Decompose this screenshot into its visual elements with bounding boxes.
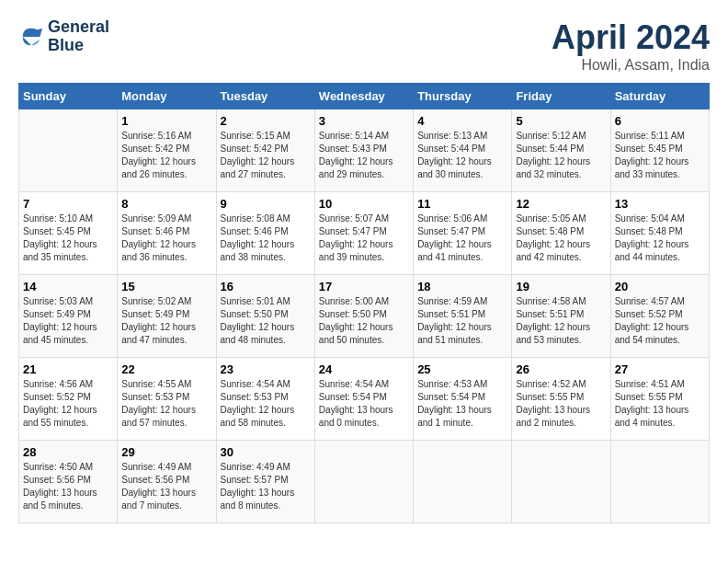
calendar-cell: 14Sunrise: 5:03 AM Sunset: 5:49 PM Dayli… — [19, 275, 118, 358]
day-info: Sunrise: 4:49 AM Sunset: 5:57 PM Dayligh… — [221, 461, 311, 512]
calendar-cell: 16Sunrise: 5:01 AM Sunset: 5:50 PM Dayli… — [216, 275, 314, 358]
day-number: 10 — [319, 197, 409, 211]
day-info: Sunrise: 5:01 AM Sunset: 5:50 PM Dayligh… — [221, 295, 311, 347]
location: Howli, Assam, India — [552, 57, 710, 74]
day-info: Sunrise: 5:15 AM Sunset: 5:42 PM Dayligh… — [221, 130, 311, 181]
day-number: 28 — [23, 445, 113, 459]
day-number: 20 — [615, 280, 705, 293]
calendar-cell: 18Sunrise: 4:59 AM Sunset: 5:51 PM Dayli… — [414, 275, 512, 358]
day-info: Sunrise: 5:07 AM Sunset: 5:47 PM Dayligh… — [319, 213, 409, 264]
day-number: 21 — [23, 362, 113, 376]
calendar-cell: 27Sunrise: 4:51 AM Sunset: 5:55 PM Dayli… — [610, 358, 709, 441]
day-info: Sunrise: 4:51 AM Sunset: 5:55 PM Dayligh… — [615, 378, 705, 430]
day-number: 27 — [615, 362, 705, 376]
day-info: Sunrise: 5:06 AM Sunset: 5:47 PM Dayligh… — [417, 213, 507, 264]
day-number: 11 — [417, 197, 507, 211]
day-info: Sunrise: 4:59 AM Sunset: 5:51 PM Dayligh… — [417, 295, 507, 347]
week-row-3: 14Sunrise: 5:03 AM Sunset: 5:49 PM Dayli… — [19, 275, 710, 358]
day-info: Sunrise: 4:58 AM Sunset: 5:51 PM Dayligh… — [516, 295, 606, 347]
day-info: Sunrise: 4:54 AM Sunset: 5:53 PM Dayligh… — [221, 378, 311, 430]
calendar-cell: 15Sunrise: 5:02 AM Sunset: 5:49 PM Dayli… — [118, 275, 216, 358]
day-info: Sunrise: 5:12 AM Sunset: 5:44 PM Dayligh… — [516, 130, 606, 181]
calendar-cell: 29Sunrise: 4:49 AM Sunset: 5:56 PM Dayli… — [118, 441, 216, 523]
day-number: 1 — [121, 114, 211, 128]
calendar-cell: 3Sunrise: 5:14 AM Sunset: 5:43 PM Daylig… — [314, 109, 413, 192]
logo-icon — [18, 24, 44, 50]
day-info: Sunrise: 5:00 AM Sunset: 5:50 PM Dayligh… — [319, 295, 409, 347]
day-info: Sunrise: 4:56 AM Sunset: 5:52 PM Dayligh… — [23, 378, 113, 430]
calendar-cell: 26Sunrise: 4:52 AM Sunset: 5:55 PM Dayli… — [512, 358, 610, 441]
weekday-header-sunday: Sunday — [19, 84, 118, 109]
logo: General Blue — [18, 18, 109, 55]
day-info: Sunrise: 4:49 AM Sunset: 5:56 PM Dayligh… — [121, 461, 211, 512]
week-row-2: 7Sunrise: 5:10 AM Sunset: 5:45 PM Daylig… — [19, 192, 710, 275]
day-info: Sunrise: 5:14 AM Sunset: 5:43 PM Dayligh… — [319, 130, 409, 181]
weekday-header-wednesday: Wednesday — [314, 84, 413, 109]
title-block: April 2024 Howli, Assam, India — [552, 18, 710, 74]
week-row-1: 1Sunrise: 5:16 AM Sunset: 5:42 PM Daylig… — [19, 109, 710, 192]
calendar-cell: 12Sunrise: 5:05 AM Sunset: 5:48 PM Dayli… — [512, 192, 610, 275]
calendar-cell: 5Sunrise: 5:12 AM Sunset: 5:44 PM Daylig… — [512, 109, 610, 192]
day-number: 6 — [615, 114, 705, 128]
day-number: 29 — [121, 445, 211, 459]
calendar-cell: 13Sunrise: 5:04 AM Sunset: 5:48 PM Dayli… — [610, 192, 709, 275]
weekday-header-monday: Monday — [118, 84, 216, 109]
page-header: General Blue April 2024 Howli, Assam, In… — [18, 18, 710, 74]
day-info: Sunrise: 5:03 AM Sunset: 5:49 PM Dayligh… — [23, 295, 113, 347]
day-info: Sunrise: 5:13 AM Sunset: 5:44 PM Dayligh… — [417, 130, 507, 181]
day-number: 24 — [319, 362, 409, 376]
weekday-header-friday: Friday — [512, 84, 610, 109]
calendar-cell: 23Sunrise: 4:54 AM Sunset: 5:53 PM Dayli… — [216, 358, 314, 441]
day-info: Sunrise: 4:52 AM Sunset: 5:55 PM Dayligh… — [516, 378, 606, 430]
day-info: Sunrise: 4:53 AM Sunset: 5:54 PM Dayligh… — [417, 378, 507, 430]
day-number: 17 — [319, 280, 409, 293]
day-number: 16 — [221, 280, 311, 293]
weekday-header-tuesday: Tuesday — [216, 84, 314, 109]
day-info: Sunrise: 5:09 AM Sunset: 5:46 PM Dayligh… — [121, 213, 211, 264]
day-number: 5 — [516, 114, 606, 128]
calendar-cell: 2Sunrise: 5:15 AM Sunset: 5:42 PM Daylig… — [216, 109, 314, 192]
day-number: 22 — [121, 362, 211, 376]
day-info: Sunrise: 5:11 AM Sunset: 5:45 PM Dayligh… — [615, 130, 705, 181]
calendar-cell — [19, 109, 118, 192]
day-number: 7 — [23, 197, 113, 211]
calendar-cell: 9Sunrise: 5:08 AM Sunset: 5:46 PM Daylig… — [216, 192, 314, 275]
calendar-cell: 1Sunrise: 5:16 AM Sunset: 5:42 PM Daylig… — [118, 109, 216, 192]
calendar-cell: 6Sunrise: 5:11 AM Sunset: 5:45 PM Daylig… — [610, 109, 709, 192]
weekday-header-saturday: Saturday — [610, 84, 709, 109]
calendar-cell — [314, 441, 413, 523]
month-title: April 2024 — [552, 18, 710, 57]
calendar-cell: 24Sunrise: 4:54 AM Sunset: 5:54 PM Dayli… — [314, 358, 413, 441]
day-info: Sunrise: 5:16 AM Sunset: 5:42 PM Dayligh… — [121, 130, 211, 181]
day-number: 26 — [516, 362, 606, 376]
day-info: Sunrise: 4:54 AM Sunset: 5:54 PM Dayligh… — [319, 378, 409, 430]
day-number: 30 — [221, 445, 311, 459]
calendar-cell: 8Sunrise: 5:09 AM Sunset: 5:46 PM Daylig… — [118, 192, 216, 275]
calendar-cell: 7Sunrise: 5:10 AM Sunset: 5:45 PM Daylig… — [19, 192, 118, 275]
day-number: 9 — [221, 197, 311, 211]
day-number: 13 — [615, 197, 705, 211]
day-number: 4 — [417, 114, 507, 128]
calendar-table: SundayMondayTuesdayWednesdayThursdayFrid… — [18, 83, 710, 523]
calendar-cell: 11Sunrise: 5:06 AM Sunset: 5:47 PM Dayli… — [414, 192, 512, 275]
day-info: Sunrise: 4:50 AM Sunset: 5:56 PM Dayligh… — [23, 461, 113, 512]
calendar-cell — [512, 441, 610, 523]
calendar-cell: 21Sunrise: 4:56 AM Sunset: 5:52 PM Dayli… — [19, 358, 118, 441]
calendar-cell — [610, 441, 709, 523]
calendar-cell: 4Sunrise: 5:13 AM Sunset: 5:44 PM Daylig… — [414, 109, 512, 192]
logo-text: General Blue — [48, 18, 109, 55]
day-number: 19 — [516, 280, 606, 293]
week-row-5: 28Sunrise: 4:50 AM Sunset: 5:56 PM Dayli… — [19, 441, 710, 523]
calendar-cell — [414, 441, 512, 523]
day-info: Sunrise: 5:05 AM Sunset: 5:48 PM Dayligh… — [516, 213, 606, 264]
calendar-cell: 30Sunrise: 4:49 AM Sunset: 5:57 PM Dayli… — [216, 441, 314, 523]
calendar-cell: 17Sunrise: 5:00 AM Sunset: 5:50 PM Dayli… — [314, 275, 413, 358]
weekday-header-thursday: Thursday — [414, 84, 512, 109]
calendar-cell: 28Sunrise: 4:50 AM Sunset: 5:56 PM Dayli… — [19, 441, 118, 523]
day-info: Sunrise: 5:04 AM Sunset: 5:48 PM Dayligh… — [615, 213, 705, 264]
calendar-cell: 22Sunrise: 4:55 AM Sunset: 5:53 PM Dayli… — [118, 358, 216, 441]
week-row-4: 21Sunrise: 4:56 AM Sunset: 5:52 PM Dayli… — [19, 358, 710, 441]
day-number: 3 — [319, 114, 409, 128]
day-info: Sunrise: 5:08 AM Sunset: 5:46 PM Dayligh… — [221, 213, 311, 264]
day-number: 14 — [23, 280, 113, 293]
